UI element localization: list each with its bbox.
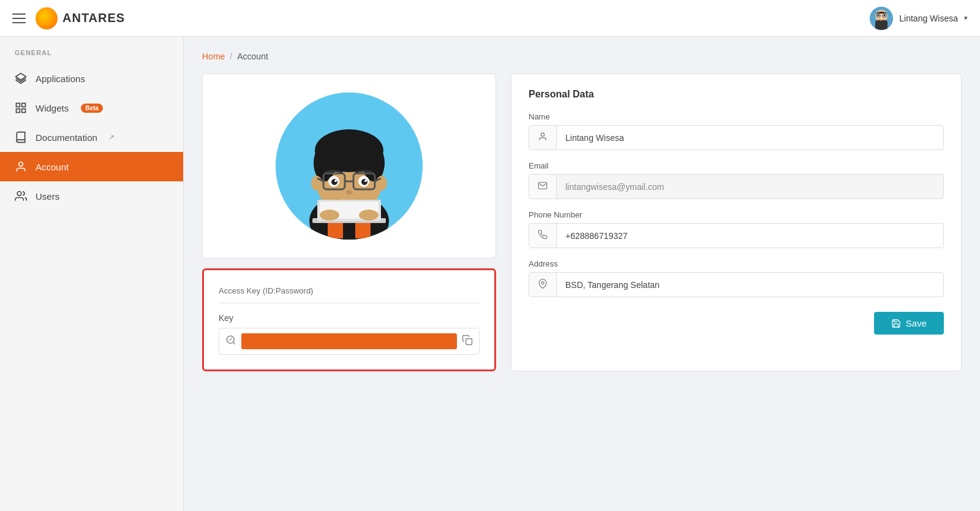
logo-text: ANTARES [62,11,125,25]
profile-avatar [276,93,423,240]
personal-data-card: Personal Data Name Lintang Wisesa [511,74,962,371]
svg-point-5 [878,14,880,16]
breadcrumb-current: Account [237,51,268,61]
access-key-card: Access Key (ID:Password) Key [202,268,496,371]
email-input[interactable]: lintangwisesa@ymail.com [557,176,943,198]
nav-right: Lintang Wisesa ▾ [870,7,968,30]
sidebar-users-label: Users [36,191,59,202]
save-button-label: Save [906,318,927,328]
svg-line-45 [229,338,232,341]
phone-input[interactable]: +628886719327 [557,225,943,247]
content-grid: Access Key (ID:Password) Key [202,74,962,371]
svg-point-47 [541,133,544,136]
grid-icon [15,102,27,114]
svg-point-35 [334,180,337,182]
sidebar-applications-label: Applications [36,74,85,84]
breadcrumb-separator: / [230,51,232,61]
address-group: Address BSD, Tangerang Selatan [529,259,944,297]
avatar [870,7,893,30]
address-field-container: BSD, Tangerang Selatan [529,272,944,297]
svg-rect-11 [22,104,26,107]
main-content: Home / Account [184,37,980,511]
save-icon [891,319,901,328]
name-input[interactable]: Lintang Wisesa [557,127,943,149]
left-column: Access Key (ID:Password) Key [202,74,496,371]
svg-point-42 [359,210,379,221]
svg-point-34 [361,179,368,185]
hamburger-menu[interactable] [12,13,26,23]
logo-icon [36,7,58,29]
nav-left: ANTARES [12,7,125,29]
key-value-bar [241,333,457,349]
email-icon [529,175,557,199]
sidebar-widgets-label: Widgets [36,103,69,113]
logo: ANTARES [36,7,125,29]
top-navigation: ANTARES Lintang Wisesa ▾ [0,0,980,37]
svg-rect-13 [22,109,26,113]
svg-rect-2 [875,20,888,30]
svg-point-6 [884,14,886,16]
layers-icon [15,72,27,85]
sidebar-documentation-label: Documentation [36,132,97,143]
save-button[interactable]: Save [874,312,944,335]
main-layout: GENERAL Applications Widgets Beta [0,37,980,511]
svg-point-22 [314,145,336,181]
svg-line-44 [233,342,235,344]
svg-point-14 [19,162,23,167]
phone-field-container: +628886719327 [529,223,944,248]
address-label: Address [529,259,944,268]
person-icon [529,126,557,150]
users-icon [15,190,27,202]
svg-point-25 [376,176,387,191]
svg-rect-46 [466,339,472,345]
phone-icon [529,224,557,248]
breadcrumb: Home / Account [202,51,962,61]
location-icon [529,273,557,297]
sidebar: GENERAL Applications Widgets Beta [0,37,184,511]
avatar-card [202,74,496,259]
address-input[interactable]: BSD, Tangerang Selatan [557,274,943,296]
beta-badge: Beta [81,104,103,113]
sidebar-item-widgets[interactable]: Widgets Beta [0,93,183,123]
phone-label: Phone Number [529,210,944,219]
user-icon [15,161,27,173]
email-field-container: lintangwisesa@ymail.com [529,174,944,199]
svg-rect-12 [17,109,20,113]
book-icon [15,131,27,143]
key-input-row [219,328,480,355]
access-key-title: Access Key (ID:Password) [219,285,480,303]
save-btn-row: Save [529,312,944,335]
sidebar-section-label: GENERAL [0,49,183,64]
svg-point-33 [331,179,337,185]
access-key-subtitle: (ID:Password) [263,286,313,295]
name-field: Lintang Wisesa [529,125,944,150]
personal-data-title: Personal Data [529,89,944,100]
svg-point-37 [346,190,352,195]
sidebar-item-documentation[interactable]: Documentation ↗ [0,123,183,152]
svg-point-24 [311,176,322,191]
key-search-icon [225,335,236,348]
external-link-icon: ↗ [108,133,115,142]
svg-point-41 [320,210,339,221]
phone-group: Phone Number +628886719327 [529,210,944,248]
svg-point-23 [363,145,385,181]
key-label: Key [219,313,480,323]
svg-point-15 [17,192,21,196]
breadcrumb-home[interactable]: Home [202,51,225,61]
svg-rect-10 [17,104,20,107]
user-name: Lintang Wisesa [899,13,958,23]
sidebar-account-label: Account [36,162,69,172]
svg-point-36 [364,180,367,182]
name-label: Name [529,112,944,121]
sidebar-item-account[interactable]: Account [0,152,183,181]
email-label: Email [529,161,944,170]
svg-point-48 [541,282,544,284]
sidebar-item-applications[interactable]: Applications [0,64,183,93]
copy-icon[interactable] [462,335,473,348]
chevron-down-icon[interactable]: ▾ [964,14,968,22]
email-group: Email lintangwisesa@ymail.com [529,161,944,199]
name-group: Name Lintang Wisesa [529,112,944,150]
sidebar-item-users[interactable]: Users [0,181,183,211]
